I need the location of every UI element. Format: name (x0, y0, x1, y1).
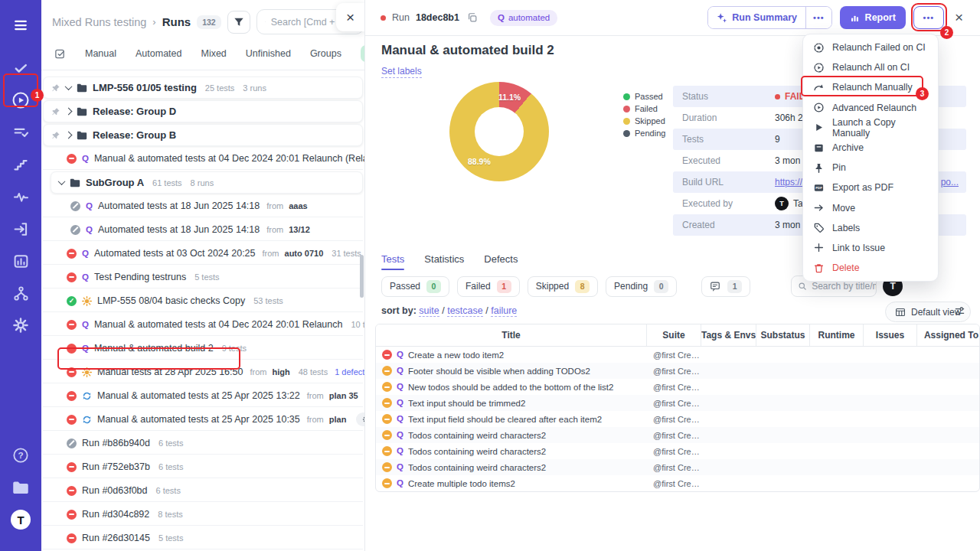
run-list-item[interactable]: QManual & automated tests at 04 Dec 2024… (43, 148, 363, 170)
chip-skipped[interactable]: Skipped8 (528, 276, 598, 297)
sort-link-suite[interactable]: suite (419, 305, 439, 317)
column-header[interactable]: Tags & Envs (701, 324, 756, 346)
bar-chart-icon[interactable] (8, 248, 34, 274)
column-header[interactable]: Suite (646, 324, 701, 346)
run-list-item[interactable]: Manual & automated tests at 25 Apr 2025 … (43, 409, 363, 431)
table-row[interactable]: QCreate multiple todo items2@first Creat… (376, 475, 979, 491)
chevron-right-icon[interactable] (65, 108, 73, 116)
column-settings-icon[interactable] (954, 305, 965, 317)
run-list-item[interactable]: QAutomated tests at 18 Jun 2025 14:18fro… (43, 195, 363, 217)
report-button[interactable]: Report (840, 6, 906, 29)
copy-icon[interactable] (467, 12, 478, 23)
pulse-icon[interactable] (8, 184, 34, 210)
menu-item-relaunch-failed-on-ci[interactable]: Relaunch Failed on CI (803, 37, 938, 57)
run-list-item[interactable]: QAutomated tests at 18 Jun 2025 14:18fro… (43, 219, 363, 241)
runs-group-row[interactable]: LMP-556 01/05 testing25 tests3 runs (43, 77, 363, 99)
tests-search-input[interactable] (812, 281, 877, 292)
runs-tab-manual[interactable]: Manual (85, 48, 116, 59)
tab-statistics[interactable]: Statistics (424, 253, 464, 270)
column-header[interactable]: Runtime (809, 324, 863, 346)
panel-close-button[interactable]: × (336, 3, 364, 31)
sort-link-failure[interactable]: failure (491, 305, 517, 317)
menu-item-labels[interactable]: Labels (803, 218, 938, 238)
table-row[interactable]: QText input should be trimmed2@first Cre… (376, 395, 979, 411)
menu-item-pin[interactable]: Pin (803, 158, 938, 178)
select-all-icon[interactable] (54, 48, 66, 60)
menu-item-move[interactable]: Move (803, 198, 938, 218)
run-list-item[interactable]: QAutomated tests at 03 Oct 2024 20:25fro… (43, 243, 363, 265)
steps-icon[interactable] (8, 152, 34, 178)
branch-icon[interactable] (8, 280, 34, 306)
runs-tab-groups[interactable]: Groups (310, 48, 341, 59)
import-icon[interactable] (8, 216, 34, 242)
chip-passed[interactable]: Passed0 (381, 276, 449, 297)
table-row[interactable]: QCreate a new todo item2@first Create ..… (376, 347, 979, 363)
menu-item-delete[interactable]: Delete (803, 258, 938, 278)
runs-group-row[interactable]: Release: Group B (43, 124, 363, 146)
tab-defects[interactable]: Defects (484, 253, 518, 270)
run-summary-more-button[interactable]: ••• (805, 7, 831, 28)
runs-group-row[interactable]: SubGroup A61 tests8 runs (51, 171, 363, 194)
run-list-item[interactable]: QManual & automated build 29 tests (43, 337, 363, 360)
list-check-icon[interactable] (8, 119, 34, 145)
run-list-item[interactable]: Run #d304c8928 tests (43, 504, 363, 526)
table-row[interactable]: QTodos containing weird characters2@firs… (376, 427, 979, 443)
runs-tab-mixed[interactable]: Mixed (201, 48, 226, 59)
menu-item-export-as-pdf[interactable]: PDFExport as PDF (803, 178, 938, 197)
run-list-item[interactable]: LMP-555 08/04 basic checks Copy53 tests (43, 290, 363, 312)
logo-avatar[interactable]: T (8, 507, 34, 533)
folder-icon[interactable] (8, 474, 34, 500)
menu-item-advanced-relaunch[interactable]: Advanced Relaunch (803, 98, 938, 118)
table-row[interactable]: QTodos containing weird characters2@firs… (376, 459, 979, 475)
gear-icon[interactable] (8, 312, 34, 338)
column-header[interactable]: Issues (863, 324, 916, 346)
help-icon[interactable]: ? (8, 442, 34, 468)
menu-icon[interactable] (8, 12, 34, 38)
tab-tests[interactable]: Tests (381, 253, 404, 270)
run-list-item[interactable]: QTest Pending testruns5 tests (43, 266, 363, 289)
chevron-right-icon[interactable] (65, 132, 73, 139)
table-row[interactable]: QNew todos should be added to the bottom… (376, 379, 979, 395)
more-actions-button[interactable]: ••• (913, 6, 944, 29)
run-list-item[interactable]: Run #26d301455 tests (43, 527, 363, 549)
breadcrumb-section[interactable]: Runs (162, 15, 191, 28)
column-header[interactable]: Title (376, 324, 646, 346)
table-row[interactable]: QTodos containing weird characters2@firs… (376, 443, 979, 459)
run-summary-button[interactable]: Run Summary (708, 7, 805, 28)
run-list-item[interactable]: Run #0d63f0bd6 tests (43, 480, 363, 502)
runs-group-row[interactable]: Release: Group D (43, 100, 363, 122)
run-list-item[interactable]: Run #752eb37b6 tests (43, 456, 363, 478)
menu-item-relaunch-all-on-ci[interactable]: Relaunch All on CI (803, 57, 938, 77)
filter-button[interactable] (227, 11, 250, 34)
menu-item-launch-a-copy-manually[interactable]: Launch a Copy Manually (803, 118, 938, 138)
folder-icon (77, 107, 87, 116)
comments-chip[interactable]: 1 (701, 276, 750, 297)
runs-tab-automated[interactable]: Automated (136, 48, 181, 59)
tests-count: 5 tests (158, 533, 183, 543)
check-icon[interactable] (8, 55, 34, 81)
run-play-icon[interactable] (8, 87, 34, 113)
runs-scrollbar[interactable] (360, 255, 364, 298)
menu-item-link-to-issue[interactable]: Link to Issue (803, 238, 938, 258)
run-list-item[interactable]: Manual & automated tests at 25 Apr 2025 … (43, 385, 363, 407)
chevron-down-icon[interactable] (58, 178, 66, 185)
run-list-item[interactable]: QManual & automated tests at 04 Dec 2024… (43, 314, 363, 336)
set-labels-link[interactable]: Set labels (381, 66, 422, 78)
sort-link-testcase[interactable]: testcase (447, 305, 483, 317)
failed-status-icon (67, 272, 77, 282)
chip-pending[interactable]: Pending0 (606, 276, 677, 297)
menu-item-archive[interactable]: Archive (803, 138, 938, 158)
column-header[interactable]: Substatus (756, 324, 809, 346)
column-header[interactable]: Assigned To (916, 324, 980, 346)
build-url-link[interactable]: https:// (775, 177, 802, 187)
chip-failed[interactable]: Failed1 (457, 276, 520, 297)
table-row[interactable]: QFooter should be visible when adding TO… (376, 363, 979, 379)
run-list-item[interactable]: Run #b86b940d6 tests (43, 432, 363, 455)
defects-link[interactable]: 1 defects (335, 367, 365, 377)
runs-tab-unfinished[interactable]: Unfinished (246, 48, 291, 59)
table-row[interactable]: QText input field should be cleared afte… (376, 411, 979, 427)
run-list-item[interactable]: Manual tests at 28 Apr 2025 16:50fromhig… (43, 361, 363, 383)
breadcrumb-project[interactable]: Mixed Runs testing (52, 16, 146, 28)
close-run-icon[interactable]: × (955, 9, 963, 26)
chevron-down-icon[interactable] (65, 83, 73, 90)
